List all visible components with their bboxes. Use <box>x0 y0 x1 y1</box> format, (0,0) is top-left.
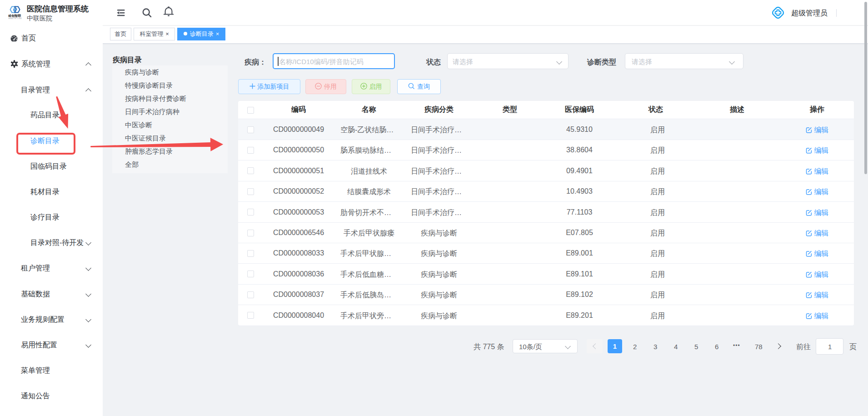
svg-text:HEALTH LINK: HEALTH LINK <box>9 17 22 20</box>
